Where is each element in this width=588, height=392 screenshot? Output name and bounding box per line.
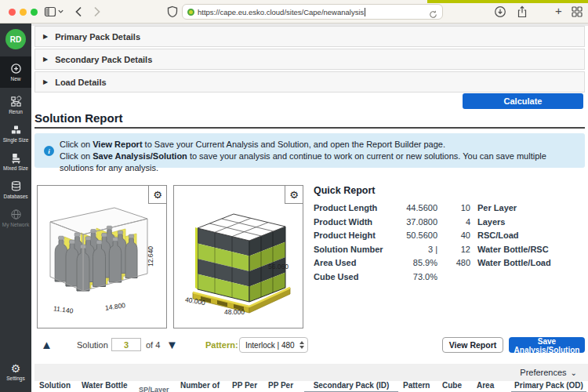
rerun-icon bbox=[10, 96, 22, 107]
column-header: Cube bbox=[442, 381, 462, 390]
preferences-toggle[interactable]: Preferences ⌄ bbox=[34, 364, 588, 381]
sidebar-item-new[interactable]: New bbox=[0, 56, 31, 88]
sidebar-item-databases[interactable]: Databases bbox=[0, 176, 31, 204]
case-view-panel[interactable]: 11.140 14.800 12.640 ⚙ bbox=[37, 185, 167, 328]
sidebar-item-settings[interactable]: ⚙ Settings bbox=[0, 358, 31, 386]
sidebar-toggle-icon[interactable] bbox=[44, 5, 56, 18]
globe-icon bbox=[10, 209, 22, 220]
reload-icon[interactable] bbox=[429, 8, 437, 16]
column-header: PP Per bbox=[232, 381, 257, 390]
accordion-secondary-pack[interactable]: ▶ Secondary Pack Details bbox=[34, 49, 585, 70]
load-depth-dimension: 48.000 bbox=[224, 308, 245, 316]
address-bar[interactable]: https://cape.eu.esko.cloud/sites/Cape/ne… bbox=[182, 4, 443, 20]
accordion-load-details[interactable]: ▶ Load Details bbox=[34, 71, 585, 93]
quick-report-row: Product Width37.08004Layers bbox=[314, 217, 585, 231]
previous-solution-button[interactable]: ▲ bbox=[41, 338, 53, 352]
accordion-label: Primary Pack Details bbox=[55, 32, 140, 42]
accordion-primary-pack[interactable]: ▶ Primary Pack Details bbox=[34, 26, 585, 47]
privacy-shield-icon[interactable] bbox=[166, 5, 179, 18]
case-view-settings-button[interactable]: ⚙ bbox=[148, 186, 166, 204]
gear-icon: ⚙ bbox=[153, 189, 162, 201]
zoom-window-button[interactable] bbox=[31, 9, 38, 16]
preferences-label: Preferences bbox=[520, 368, 566, 377]
quick-report-row: Product Height50.560040RSC/Load bbox=[314, 230, 585, 245]
solution-label: Solution bbox=[77, 340, 108, 350]
avatar[interactable]: RD bbox=[5, 29, 26, 49]
title-rule bbox=[34, 127, 585, 129]
back-button[interactable] bbox=[73, 5, 85, 18]
column-header: Number of bbox=[180, 381, 220, 390]
column-header: SP/Layer bbox=[139, 386, 169, 392]
collapsed-arrow-icon: ▶ bbox=[43, 78, 48, 85]
forward-button[interactable] bbox=[90, 5, 103, 18]
accordion-label: Secondary Pack Details bbox=[55, 55, 152, 64]
sidebar-item-label: Settings bbox=[6, 376, 25, 381]
case-height-dimension: 12.640 bbox=[147, 246, 154, 267]
column-header: Solution bbox=[39, 381, 71, 390]
collapsed-arrow-icon: ▶ bbox=[43, 56, 48, 63]
quick-report-title: Quick Report bbox=[314, 185, 585, 196]
pattern-select[interactable]: Interlock | 480 bbox=[239, 337, 308, 353]
background-window-edge bbox=[427, 0, 588, 3]
collapsed-arrow-icon: ▶ bbox=[43, 33, 48, 40]
pattern-label: Pattern: bbox=[205, 340, 238, 350]
downloads-icon[interactable] bbox=[494, 5, 506, 18]
results-table-header: Solution Water Bottle SP/Layer Number of… bbox=[31, 381, 588, 392]
page-title: Solution Report bbox=[34, 111, 123, 125]
sidebar-item-label: Mixed Size bbox=[3, 165, 28, 171]
sidebar-item-label: Databases bbox=[3, 194, 27, 199]
column-header: Area bbox=[477, 381, 494, 390]
pallet-view-panel[interactable]: 40.000 48.000 56.060 ⚙ bbox=[173, 185, 303, 328]
quick-report-row: Solution Number3 |12Water Bottle/RSC bbox=[314, 245, 585, 259]
sidebar-item-label: My Network bbox=[2, 222, 29, 227]
next-solution-button[interactable]: ▼ bbox=[166, 338, 178, 352]
pallet-view-settings-button[interactable]: ⚙ bbox=[285, 186, 303, 204]
column-header: PP Per bbox=[268, 381, 293, 390]
info-banner: i Click on View Report to Save your Curr… bbox=[34, 133, 585, 168]
chevron-down-icon: ⌄ bbox=[571, 368, 577, 377]
solution-total: of 4 bbox=[146, 340, 160, 350]
info-text: Click on View Report to Save your Curren… bbox=[60, 139, 579, 174]
quick-report-row: Cube Used73.0% bbox=[314, 272, 585, 286]
plus-circle-icon bbox=[10, 63, 22, 74]
sidebar-item-label: Single Size bbox=[3, 137, 29, 143]
single-size-icon bbox=[10, 124, 22, 136]
gear-icon: ⚙ bbox=[289, 189, 299, 201]
column-header: Water Bottle bbox=[82, 381, 128, 390]
column-group-header: Primary Pack (OD) bbox=[511, 381, 586, 392]
close-window-button[interactable] bbox=[9, 9, 16, 16]
sidebar-item-my-network[interactable]: My Network bbox=[0, 204, 31, 232]
pallet-3d-view[interactable] bbox=[174, 186, 303, 328]
new-tab-icon[interactable]: + bbox=[555, 5, 562, 17]
share-icon[interactable] bbox=[516, 5, 528, 18]
sidebar-item-label: Rerun bbox=[9, 109, 23, 114]
mixed-size-icon bbox=[10, 152, 22, 164]
page-content: ▶ Primary Pack Details ▶ Secondary Pack … bbox=[31, 24, 588, 392]
info-icon: i bbox=[44, 146, 54, 156]
solution-number-input[interactable] bbox=[111, 338, 141, 351]
view-report-button[interactable]: View Report bbox=[442, 337, 503, 353]
sidebar-item-single-size[interactable]: Single Size bbox=[0, 119, 31, 147]
minimize-window-button[interactable] bbox=[20, 9, 27, 16]
load-height-dimension: 56.060 bbox=[268, 263, 289, 270]
url-text: https://cape.eu.esko.cloud/sites/Cape/ne… bbox=[198, 8, 364, 16]
sidebar-item-mixed-size[interactable]: Mixed Size bbox=[0, 147, 31, 176]
tab-overview-icon[interactable] bbox=[571, 5, 583, 18]
quick-report-row: Product Length44.560010Per Layer bbox=[314, 203, 585, 217]
solution-nav-row: ▲ Solution of 4 ▼ Pattern: Interlock | 4… bbox=[31, 337, 588, 354]
gear-icon: ⚙ bbox=[11, 363, 21, 374]
quick-report-row: Area Used85.9%480Water Bottle/Load bbox=[314, 258, 585, 272]
column-header: Pattern bbox=[403, 381, 430, 390]
quick-report: Quick Report Product Length44.560010Per … bbox=[314, 185, 585, 285]
sidebar-item-rerun[interactable]: Rerun bbox=[0, 91, 31, 119]
site-favicon bbox=[187, 9, 194, 16]
save-analysis-button[interactable]: Save Analysis/Solution bbox=[509, 337, 585, 353]
calculate-button[interactable]: Calculate bbox=[463, 93, 583, 109]
database-icon bbox=[10, 180, 22, 192]
accordion-label: Load Details bbox=[55, 78, 106, 87]
app-sidebar: RD New Rerun Single Size Mixed Size Data… bbox=[0, 24, 31, 392]
column-group-header: Secondary Pack (ID) bbox=[304, 381, 398, 392]
browser-toolbar: https://cape.eu.esko.cloud/sites/Cape/ne… bbox=[0, 0, 588, 24]
text-caret bbox=[365, 8, 365, 16]
sidebar-chevron-icon[interactable] bbox=[57, 8, 64, 15]
